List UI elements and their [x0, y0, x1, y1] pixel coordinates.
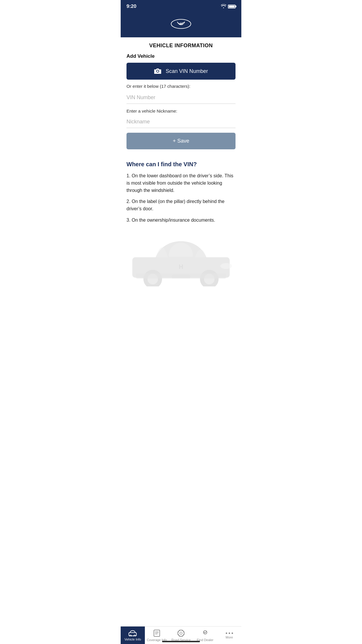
vin-input-group — [126, 92, 236, 104]
vin-input[interactable] — [126, 92, 236, 104]
nickname-input[interactable] — [126, 116, 236, 128]
vin-question: Where can I find the VIN? — [126, 161, 236, 168]
vin-item-1: 1. On the lower dashboard on the driver’… — [126, 172, 236, 194]
main-content: Add Vehicle Scan VIN Number Or enter it … — [121, 49, 241, 161]
nickname-label: Enter a vehicle Nickname: — [126, 108, 236, 113]
svg-text:H: H — [180, 22, 182, 26]
vin-item-2: 2. On the label (on the pillar) directly… — [126, 198, 236, 213]
save-label: + Save — [173, 138, 189, 144]
or-text: Or enter it below (17 characters): — [126, 84, 236, 89]
status-icons — [221, 4, 236, 9]
vin-item-3: 3. On the ownership/insurance documents. — [126, 217, 236, 224]
svg-text:H: H — [179, 263, 183, 270]
add-vehicle-label: Add Vehicle — [126, 53, 236, 59]
nickname-input-group — [126, 116, 236, 128]
status-time: 9:20 — [126, 4, 136, 9]
vin-info-section: Where can I find the VIN? 1. On the lowe… — [121, 161, 241, 224]
svg-point-7 — [220, 263, 232, 269]
car-illustration: H — [121, 228, 241, 286]
scan-vin-label: Scan VIN Number — [166, 68, 208, 74]
page-title: VEHICLE INFORMATION — [126, 43, 236, 49]
scan-vin-button[interactable]: Scan VIN Number — [126, 63, 236, 80]
status-bar: 9:20 — [121, 0, 241, 12]
car-background: H — [121, 228, 241, 288]
wifi-icon — [221, 4, 226, 9]
hyundai-logo: H — [171, 18, 191, 30]
app-header: H — [121, 12, 241, 37]
save-button[interactable]: + Save — [126, 133, 236, 149]
page-title-bar: VEHICLE INFORMATION — [121, 37, 241, 49]
battery-icon — [228, 5, 236, 8]
svg-rect-10 — [136, 273, 226, 279]
camera-icon — [154, 68, 161, 74]
